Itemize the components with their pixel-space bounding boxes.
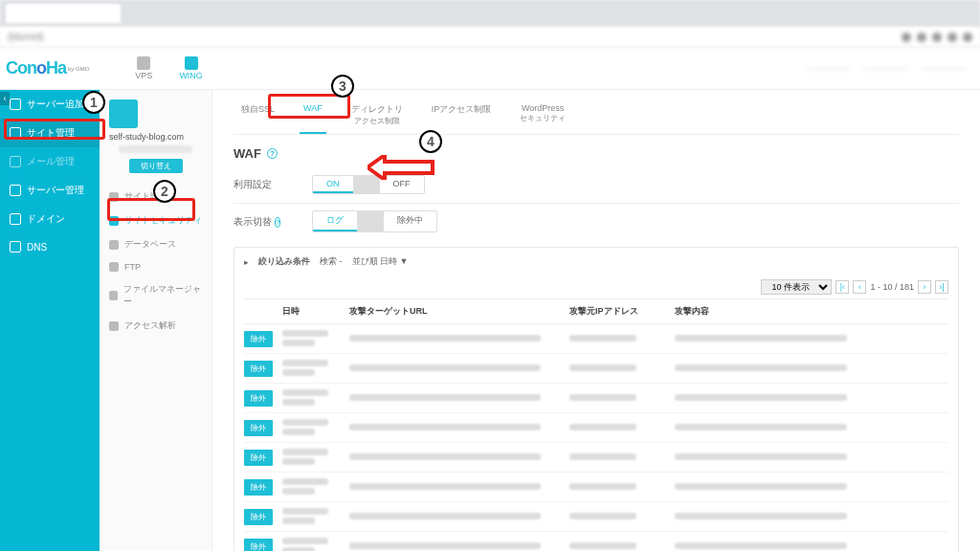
pager-range: 1 - 10 / 181 (870, 282, 914, 292)
server-icon (10, 185, 21, 196)
usage-toggle[interactable]: ON OFF (312, 175, 425, 194)
gear-icon (109, 192, 119, 202)
site-icon (10, 127, 21, 139)
table-row: 除外 (244, 502, 948, 532)
help-icon[interactable]: ? (275, 217, 280, 228)
browser-url-bar[interactable]: (blurred) (0, 27, 980, 48)
usage-setting-label: 利用設定 (234, 178, 285, 191)
table-row: 除外 (244, 473, 948, 502)
exclude-button[interactable]: 除外 (244, 539, 273, 552)
col-detail[interactable]: 攻撃内容 (675, 305, 948, 318)
submenu-site-security[interactable]: サイトセキュリティ (100, 209, 212, 232)
vnav-mail[interactable]: メール管理 (0, 147, 100, 176)
switch-domain-button[interactable]: 切り替え (129, 159, 183, 173)
tab-waf[interactable]: WAF (300, 96, 326, 134)
toggle-excluded[interactable]: 除外中 (384, 211, 436, 231)
pager: 10 件表示 |‹ ‹ 1 - 10 / 181 › ›| (244, 276, 948, 298)
submenu-database[interactable]: データベース (100, 232, 212, 256)
header-tab-vps[interactable]: VPS (135, 56, 152, 80)
exclude-button[interactable]: 除外 (244, 420, 273, 436)
logo: ConoHa (6, 58, 66, 78)
table-row: 除外 (244, 413, 948, 443)
submenu-ftp[interactable]: FTP (100, 256, 212, 277)
pager-prev[interactable]: ‹ (853, 280, 866, 294)
vnav-domain[interactable]: ドメイン (0, 205, 100, 233)
dns-icon (10, 241, 21, 253)
pager-first[interactable]: |‹ (835, 280, 849, 294)
domain-card-icon (109, 99, 138, 128)
security-tabs: 独自SSL WAF ディレクトリアクセス制限 IPアクセス制限 WordPres… (234, 96, 959, 135)
browser-tab-bar (0, 0, 980, 27)
ftp-icon (109, 262, 119, 272)
table-header: 日時 攻撃ターゲットURL 攻撃元IPアドレス 攻撃内容 (244, 298, 948, 324)
tab-ssl[interactable]: 独自SSL (237, 96, 278, 134)
chart-icon (109, 321, 119, 331)
table-row: 除外 (244, 384, 948, 413)
exclude-button[interactable]: 除外 (244, 450, 273, 466)
table-row: 除外 (244, 324, 948, 354)
pager-next[interactable]: › (918, 280, 931, 294)
display-switch-label: 表示切替 ? (234, 215, 285, 229)
section-title: WAF? (234, 146, 959, 161)
shield-icon (109, 216, 119, 226)
tab-directory[interactable]: ディレクトリアクセス制限 (347, 96, 407, 134)
domain-name: self-study-blog.com (109, 132, 202, 142)
database-icon (109, 240, 119, 250)
submenu-file-manager[interactable]: ファイルマネージャー (100, 277, 212, 314)
exclude-button[interactable]: 除外 (244, 509, 273, 525)
header-tab-wing[interactable]: WING (179, 56, 203, 80)
domain-icon (10, 213, 21, 225)
table-row: 除外 (244, 532, 948, 551)
mail-icon (10, 156, 21, 167)
help-icon[interactable]: ? (267, 148, 278, 159)
folder-icon (109, 291, 118, 300)
logo-subtitle: by GMO (68, 66, 89, 72)
vnav-site-manage[interactable]: サイト管理 (0, 119, 100, 147)
table-row: 除外 (244, 443, 948, 473)
filter-bar[interactable]: ▸ 絞り込み条件 検索 - 並び順 日時 ▼ (244, 253, 948, 276)
toggle-off[interactable]: OFF (380, 176, 424, 193)
tab-ip-access[interactable]: IPアクセス制限 (428, 96, 496, 134)
wing-icon (185, 56, 198, 70)
app-header: ConoHa by GMO VPS WING (0, 48, 980, 90)
vnav-server-manage[interactable]: サーバー管理 (0, 176, 100, 205)
col-date[interactable]: 日時 (282, 305, 349, 318)
vnav-server-add[interactable]: サーバー追加 (0, 90, 100, 119)
vertical-nav: ‹ サーバー追加 サイト管理 メール管理 サーバー管理 ドメイン DNS (0, 90, 100, 551)
per-page-select[interactable]: 10 件表示 (761, 279, 832, 295)
main-content: 独自SSL WAF ディレクトリアクセス制限 IPアクセス制限 WordPres… (212, 90, 980, 551)
exclude-button[interactable]: 除外 (244, 390, 273, 407)
exclude-button[interactable]: 除外 (244, 479, 273, 496)
url-text: (blurred) (8, 32, 44, 42)
header-right (806, 68, 967, 70)
display-toggle[interactable]: ログ 除外中 (312, 210, 437, 232)
col-ip[interactable]: 攻撃元IPアドレス (569, 305, 675, 318)
toggle-on[interactable]: ON (313, 176, 353, 193)
pager-last[interactable]: ›| (935, 280, 948, 294)
vnav-dns[interactable]: DNS (0, 233, 100, 260)
exclude-button[interactable]: 除外 (244, 331, 273, 347)
col-url[interactable]: 攻撃ターゲットURL (349, 305, 569, 318)
table-row: 除外 (244, 354, 948, 384)
browser-tab[interactable] (6, 4, 121, 23)
plus-icon (10, 99, 21, 110)
vps-icon (137, 56, 150, 70)
sub-sidebar: self-study-blog.com 切り替え サイト設定 サイトセキュリティ… (100, 90, 212, 551)
tab-wordpress[interactable]: WordPressセキュリティ (516, 96, 569, 134)
submenu-site-settings[interactable]: サイト設定 (100, 185, 212, 209)
exclude-button[interactable]: 除外 (244, 361, 273, 377)
submenu-access-analytics[interactable]: アクセス解析 (100, 314, 212, 338)
toggle-log[interactable]: ログ (313, 211, 357, 231)
log-table-card: ▸ 絞り込み条件 検索 - 並び順 日時 ▼ 10 件表示 |‹ ‹ 1 - 1… (234, 247, 959, 551)
